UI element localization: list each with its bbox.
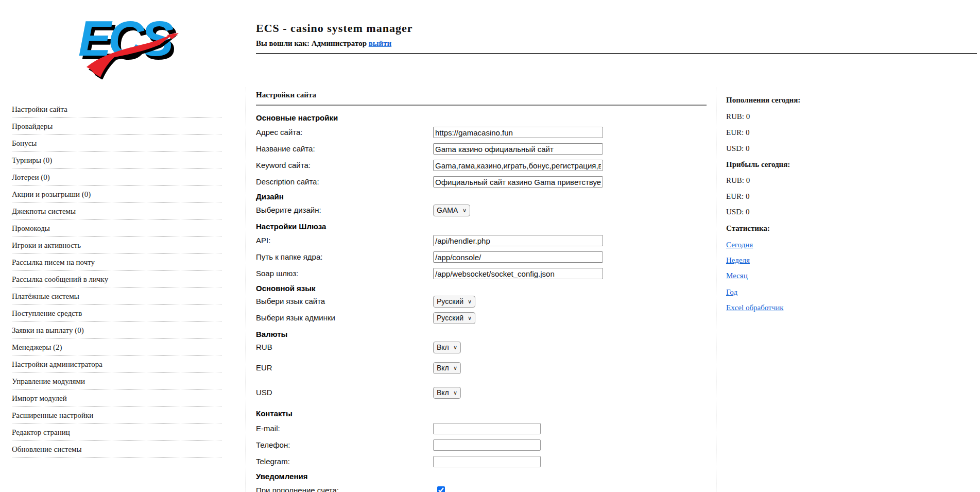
soap-label: Soap шлюз: <box>256 268 298 279</box>
field-design: Выберите дизайн: GAMA <box>256 205 709 217</box>
field-description: Description сайта: <box>256 176 709 189</box>
sidebar-item-admin-settings[interactable]: Настройки администратора <box>12 356 221 373</box>
login-status-text: Вы вошли как: Администратор <box>256 39 367 47</box>
field-site-lang: Выбери язык сайта Русский <box>256 296 709 308</box>
sidebar-item-module-import[interactable]: Импорт модулей <box>12 390 221 407</box>
header-divider <box>256 53 977 54</box>
site-lang-label: Выбери язык сайта <box>256 296 325 307</box>
notify-deposit-checkbox[interactable] <box>437 486 445 492</box>
section-heading: Настройки Шлюза <box>256 221 326 232</box>
section-design: Дизайн <box>256 191 709 203</box>
core-path-label: Путь к папке ядра: <box>256 251 322 263</box>
app-title: ECS - casino system manager <box>256 22 412 35</box>
stats-today-link[interactable]: Сегодня <box>726 241 753 249</box>
sidebar-item-payment-systems[interactable]: Платёжные системы <box>12 288 221 305</box>
section-heading: Дизайн <box>256 191 284 202</box>
site-url-input[interactable] <box>433 127 603 138</box>
sidebar-item-module-management[interactable]: Управление модулями <box>12 373 221 390</box>
statistics-title: Статистика: <box>726 224 770 233</box>
section-notifications: Уведомления <box>256 471 709 483</box>
sidebar-item-pm-mailing[interactable]: Рассылка сообщений в личку <box>12 271 221 288</box>
left-divider <box>246 88 246 492</box>
telegram-label: Telegram: <box>256 456 290 467</box>
api-input[interactable] <box>433 235 603 246</box>
core-path-input[interactable] <box>433 251 603 263</box>
sidebar-item-players[interactable]: Игроки и активность <box>12 237 221 254</box>
eur-label: EUR <box>256 362 272 374</box>
rub-select[interactable]: Вкл <box>433 342 461 353</box>
profit-usd: USD: 0 <box>726 208 749 216</box>
field-keyword: Keyword сайта: <box>256 160 709 172</box>
stats-month-link[interactable]: Месяц <box>726 272 748 280</box>
description-label: Description сайта: <box>256 176 319 188</box>
admin-lang-select-wrap: Русский <box>433 312 475 324</box>
right-divider <box>716 88 716 492</box>
field-telegram: Telegram: <box>256 456 709 468</box>
stats-week-link[interactable]: Неделя <box>726 256 750 265</box>
design-select[interactable]: GAMA <box>433 205 470 216</box>
rub-label: RUB <box>256 342 272 353</box>
email-input[interactable] <box>433 423 541 434</box>
field-rub: RUB Вкл <box>256 342 709 354</box>
keyword-label: Keyword сайта: <box>256 160 311 171</box>
sidebar-item-email-mailing[interactable]: Рассылка писем на почту <box>12 254 221 271</box>
sidebar-item-bonuses[interactable]: Бонусы <box>12 135 221 152</box>
site-url-label: Адрес сайта: <box>256 127 303 138</box>
field-core-path: Путь к папке ядра: <box>256 251 709 264</box>
sidebar-item-payout-requests[interactable]: Заявки на выплату (0) <box>12 322 221 339</box>
field-eur: EUR Вкл <box>256 362 709 375</box>
soap-input[interactable] <box>433 268 603 279</box>
site-name-label: Название сайта: <box>256 143 315 155</box>
sidebar-menu: Настройки сайта Провайдеры Бонусы Турнир… <box>12 101 221 458</box>
section-contacts: Контакты <box>256 408 709 420</box>
section-heading: Контакты <box>256 408 293 419</box>
sidebar-item-site-settings[interactable]: Настройки сайта <box>12 101 221 118</box>
sidebar-item-promocodes[interactable]: Промокоды <box>12 220 221 237</box>
field-site-url: Адрес сайта: <box>256 127 709 139</box>
sidebar-item-system-update[interactable]: Обновление системы <box>12 441 221 458</box>
design-select-wrap: GAMA <box>433 205 470 216</box>
sidebar-item-advanced-settings[interactable]: Расширенные настройки <box>12 407 221 424</box>
telegram-input[interactable] <box>433 456 541 467</box>
section-heading: Основной язык <box>256 283 316 294</box>
profit-eur: EUR: 0 <box>726 192 749 201</box>
logout-link[interactable]: выйти <box>369 39 391 47</box>
sidebar-item-promotions[interactable]: Акции и розыгрыши (0) <box>12 186 221 203</box>
field-usd: USD Вкл <box>256 387 709 399</box>
section-heading: Валюты <box>256 329 287 340</box>
section-heading: Основные настройки <box>256 112 338 124</box>
field-notify-deposit: При пополнение счета: <box>256 485 709 492</box>
site-lang-select-wrap: Русский <box>433 296 475 308</box>
sidebar-item-incoming-funds[interactable]: Поступление средств <box>12 305 221 322</box>
description-input[interactable] <box>433 176 603 188</box>
section-gateway: Настройки Шлюза <box>256 221 709 233</box>
site-name-input[interactable] <box>433 143 603 155</box>
usd-select[interactable]: Вкл <box>433 387 461 399</box>
field-phone: Телефон: <box>256 439 709 452</box>
page-title-divider <box>256 105 707 106</box>
section-main-settings: Основные настройки <box>256 112 709 125</box>
sidebar-item-tournaments[interactable]: Турниры (0) <box>12 152 221 169</box>
deposits-eur: EUR: 0 <box>726 128 749 137</box>
keyword-input[interactable] <box>433 160 603 171</box>
login-status: Вы вошли как: Администратор выйти <box>256 39 391 48</box>
deposits-rub: RUB: 0 <box>726 112 750 121</box>
profit-rub: RUB: 0 <box>726 176 750 185</box>
usd-select-wrap: Вкл <box>433 387 461 399</box>
sidebar-item-lotteries[interactable]: Лотереи (0) <box>12 169 221 186</box>
phone-input[interactable] <box>433 439 541 451</box>
deposits-usd: USD: 0 <box>726 144 749 153</box>
eur-select[interactable]: Вкл <box>433 362 461 374</box>
stats-excel-link[interactable]: Excel обработчик <box>726 303 784 312</box>
sidebar-item-providers[interactable]: Провайдеры <box>12 118 221 135</box>
sidebar-item-managers[interactable]: Менеджеры (2) <box>12 339 221 356</box>
site-lang-select[interactable]: Русский <box>433 296 475 308</box>
eur-select-wrap: Вкл <box>433 362 461 374</box>
stats-year-link[interactable]: Год <box>726 288 737 297</box>
field-admin-lang: Выбери язык админки Русский <box>256 312 709 325</box>
ecs-logo-icon: ECS ECS <box>71 6 180 79</box>
sidebar-item-jackpots[interactable]: Джекпоты системы <box>12 203 221 220</box>
page-title: Настройки сайта <box>256 91 316 99</box>
admin-lang-select[interactable]: Русский <box>433 312 475 324</box>
sidebar-item-page-editor[interactable]: Редактор страниц <box>12 424 221 441</box>
